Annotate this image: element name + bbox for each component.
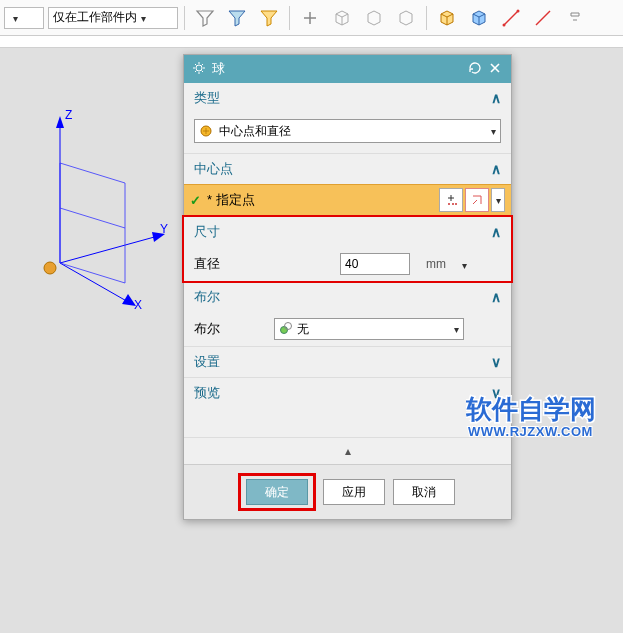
section-center-header[interactable]: 中心点 ∧	[184, 154, 511, 184]
main-viewport: Z Y X 球 类型 ∧	[0, 48, 623, 633]
chevron-up-icon: ∧	[491, 289, 501, 305]
close-icon[interactable]	[487, 60, 503, 79]
section-dimension: 尺寸 ∧ 直径 mm	[184, 215, 511, 282]
solid-cube-icon-1[interactable]	[433, 4, 461, 32]
section-settings-title: 设置	[194, 353, 220, 371]
none-icon	[279, 321, 293, 338]
sphere-dialog: 球 类型 ∧	[183, 54, 512, 520]
diameter-unit: mm	[416, 257, 456, 271]
add-icon[interactable]	[296, 4, 324, 32]
sphere-type-icon	[199, 124, 213, 138]
section-boolean-header[interactable]: 布尔 ∧	[184, 282, 511, 312]
svg-point-2	[517, 9, 520, 12]
type-combo[interactable]: 中心点和直径	[194, 119, 501, 143]
diameter-input[interactable]	[340, 253, 410, 275]
check-icon: ✓	[190, 193, 201, 208]
section-settings: 设置 ∨	[184, 347, 511, 378]
axis-x-label: X	[134, 298, 142, 312]
svg-point-17	[281, 326, 288, 333]
section-type-header[interactable]: 类型 ∧	[184, 83, 511, 113]
line-icon-2[interactable]	[529, 4, 557, 32]
section-dimension-header[interactable]: 尺寸 ∧	[184, 217, 511, 247]
filter-icon-3[interactable]	[255, 4, 283, 32]
svg-line-6	[60, 236, 158, 263]
watermark-line1: 软件自学网	[466, 394, 596, 424]
boolean-combo-text: 无	[297, 321, 309, 338]
section-dimension-title: 尺寸	[194, 223, 220, 241]
svg-marker-5	[56, 116, 64, 128]
axes-widget: Z Y X	[30, 108, 170, 308]
svg-point-18	[285, 322, 292, 329]
chevron-up-icon: ∧	[491, 161, 501, 177]
boolean-combo[interactable]: 无	[274, 318, 464, 340]
point-dialog-button[interactable]	[439, 188, 463, 212]
toolbar-filter-dropdown[interactable]: 仅在工作部件内	[48, 7, 178, 29]
section-settings-header[interactable]: 设置 ∨	[184, 347, 511, 377]
second-toolbar	[0, 36, 623, 48]
specify-point-label: * 指定点	[207, 191, 255, 209]
cube-icon-1[interactable]	[328, 4, 356, 32]
cancel-button[interactable]: 取消	[393, 479, 455, 505]
dialog-titlebar[interactable]: 球	[184, 55, 511, 83]
section-preview: 预览 ∨	[184, 378, 511, 438]
svg-point-1	[503, 23, 506, 26]
section-boolean-title: 布尔	[194, 288, 220, 306]
svg-point-12	[196, 65, 202, 71]
svg-line-3	[536, 11, 550, 25]
inferred-point-button[interactable]	[465, 188, 489, 212]
collapse-handle[interactable]: ▴	[184, 438, 511, 464]
svg-line-0	[504, 11, 518, 25]
toolbar-dropdown-1[interactable]	[4, 7, 44, 29]
svg-line-8	[60, 263, 130, 303]
chevron-up-icon: ∧	[491, 90, 501, 106]
unit-dropdown[interactable]	[462, 257, 467, 272]
point-mode-dropdown[interactable]	[491, 188, 505, 212]
filter-label: 仅在工作部件内	[53, 9, 137, 26]
line-icon-1[interactable]	[497, 4, 525, 32]
section-preview-title: 预览	[194, 384, 220, 402]
apply-button[interactable]: 应用	[323, 479, 385, 505]
cube-icon-3[interactable]	[392, 4, 420, 32]
gear-icon	[192, 61, 206, 78]
chevron-down-icon: ∨	[491, 354, 501, 370]
section-preview-header[interactable]: 预览 ∨	[184, 378, 511, 408]
chevron-up-icon: ∧	[491, 224, 501, 240]
filter-icon-2[interactable]	[223, 4, 251, 32]
axis-z-label: Z	[65, 108, 72, 122]
svg-point-11	[44, 262, 56, 274]
chevron-down-icon	[454, 322, 459, 336]
section-boolean: 布尔 ∧ 布尔 无	[184, 282, 511, 347]
cube-icon-2[interactable]	[360, 4, 388, 32]
ok-highlight-box: 确定	[238, 473, 316, 511]
toolbar-separator-3	[426, 6, 427, 30]
ok-button[interactable]: 确定	[246, 479, 308, 505]
axis-y-label: Y	[160, 222, 168, 236]
toolbar-separator-2	[289, 6, 290, 30]
section-type-title: 类型	[194, 89, 220, 107]
watermark-line2: WWW.RJZXW.COM	[468, 424, 593, 439]
svg-point-14	[448, 203, 450, 205]
solid-cube-icon-2[interactable]	[465, 4, 493, 32]
reset-icon[interactable]	[467, 60, 483, 79]
specify-point-row[interactable]: ✓ * 指定点	[184, 184, 511, 216]
section-center: 中心点 ∧ ✓ * 指定点	[184, 154, 511, 217]
section-type: 类型 ∧ 中心点和直径	[184, 83, 511, 154]
toolbar-separator	[184, 6, 185, 30]
svg-line-10	[60, 208, 125, 228]
filter-icon-1[interactable]	[191, 4, 219, 32]
boolean-label: 布尔	[194, 320, 274, 338]
dialog-title-text: 球	[212, 60, 225, 78]
dropdown-icon[interactable]	[561, 4, 589, 32]
diameter-label: 直径	[194, 255, 334, 273]
svg-point-16	[455, 203, 457, 205]
dimension-highlight-box: 尺寸 ∧ 直径 mm	[182, 215, 513, 283]
dialog-buttons: 确定 应用 取消	[184, 464, 511, 519]
top-toolbar: 仅在工作部件内	[0, 0, 623, 36]
section-center-title: 中心点	[194, 160, 233, 178]
type-combo-text: 中心点和直径	[219, 123, 291, 140]
chevron-down-icon	[491, 124, 496, 138]
watermark: 软件自学网 WWW.RJZXW.COM	[466, 394, 621, 444]
svg-point-15	[452, 203, 454, 205]
